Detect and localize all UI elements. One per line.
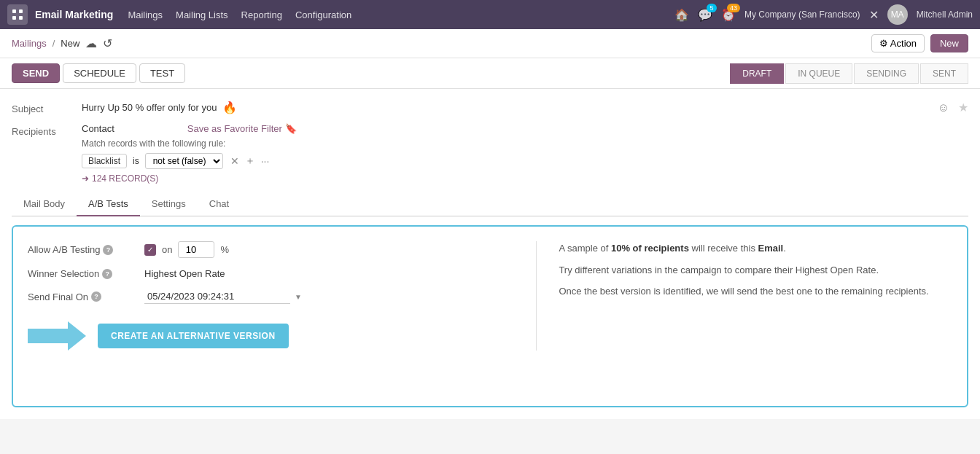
winner-selection-value[interactable]: Highest Open Rate (144, 268, 225, 279)
ab-on-label: on (162, 244, 172, 255)
create-alternative-button[interactable]: CREATE AN ALTERNATIVE VERSION (98, 324, 289, 348)
save-icon[interactable]: ☁ (85, 36, 97, 50)
breadcrumb-sep: / (52, 38, 55, 49)
date-dropdown-arrow[interactable]: ▼ (295, 293, 302, 301)
subject-emoji: 🔥 (222, 101, 237, 114)
svg-rect-3 (19, 16, 23, 20)
right-arrow-icon (28, 321, 86, 351)
save-filter-label[interactable]: Save as Favorite Filter (187, 123, 282, 134)
send-final-input[interactable] (144, 289, 290, 304)
chat-badge: 5 (707, 4, 717, 12)
send-final-label: Send Final On ? (28, 291, 137, 302)
filter-value-select[interactable]: not set (false) (145, 153, 223, 169)
ab-right: A sample of 10% of recipients will recei… (536, 241, 952, 351)
company-name[interactable]: My Company (San Francisco) (744, 9, 860, 20)
save-filter-icon[interactable]: 🔖 (285, 123, 297, 134)
allow-ab-row: Allow A/B Testing ? ✓ on % (28, 241, 536, 258)
star-icon[interactable]: ★ (958, 101, 968, 114)
username: Mitchell Admin (917, 9, 973, 20)
create-alt-area: CREATE AN ALTERNATIVE VERSION (28, 321, 536, 351)
activity-icon[interactable]: ⏰ 43 (721, 8, 736, 22)
ab-info-line3: Once the best version is identified, we … (559, 284, 952, 299)
send-final-help-icon[interactable]: ? (91, 291, 101, 302)
top-right-icons: ☺ ★ (938, 101, 968, 114)
ab-info-line2: Try different variations in the campaign… (559, 263, 952, 278)
emoji-picker-icon[interactable]: ☺ (938, 101, 949, 114)
filter-row: Blacklist is not set (false) ✕ ＋ ··· (82, 153, 968, 169)
ab-layout: Allow A/B Testing ? ✓ on % Winner Select… (28, 241, 952, 351)
subject-value-row: Hurry Up 50 % offer only for you 🔥 (82, 101, 926, 114)
svg-rect-2 (12, 16, 16, 20)
nav-mailings[interactable]: Mailings (128, 7, 163, 23)
navbar-right: 🏠 💬 5 ⏰ 43 My Company (San Francisco) ✕ … (674, 4, 973, 25)
tab-chat[interactable]: Chat (198, 192, 241, 216)
tabs-bar: Mail Body A/B Tests Settings Chat (12, 192, 968, 216)
main-content: Subject Hurry Up 50 % offer only for you… (0, 89, 980, 419)
winner-selection-label: Winner Selection ? (28, 268, 137, 279)
ab-panel: Allow A/B Testing ? ✓ on % Winner Select… (12, 225, 968, 407)
breadcrumb-parent[interactable]: Mailings (12, 38, 47, 49)
ab-checkbox[interactable]: ✓ (144, 244, 156, 256)
subject-text[interactable]: Hurry Up 50 % offer only for you (82, 102, 217, 113)
send-button[interactable]: SEND (12, 63, 60, 83)
tab-settings[interactable]: Settings (140, 192, 198, 216)
app-name: Email Marketing (35, 9, 113, 20)
allow-ab-label: Allow A/B Testing ? (28, 244, 137, 255)
recipients-row: Recipients Contact Save as Favorite Filt… (12, 123, 968, 184)
close-icon[interactable]: ✕ (869, 8, 879, 22)
send-final-row: Send Final On ? ▼ (28, 289, 536, 304)
test-button[interactable]: TEST (139, 63, 185, 83)
avatar[interactable]: MA (887, 4, 908, 25)
status-in-queue[interactable]: IN QUEUE (785, 63, 852, 84)
winner-selection-control: Highest Open Rate (144, 268, 225, 279)
svg-rect-1 (19, 9, 23, 13)
filter-field[interactable]: Blacklist (82, 154, 127, 168)
svg-marker-4 (28, 321, 86, 351)
action-bar: SEND SCHEDULE TEST DRAFT IN QUEUE SENDIN… (0, 58, 980, 89)
status-sending[interactable]: SENDING (854, 63, 919, 84)
breadcrumb-actions: ⚙ Action New (871, 34, 968, 52)
filter-more-btn[interactable]: ··· (260, 154, 271, 168)
notification-icon[interactable]: 🏠 (674, 8, 689, 22)
status-draft[interactable]: DRAFT (730, 63, 784, 84)
chat-icon[interactable]: 💬 5 (698, 8, 712, 22)
activity-badge: 43 (727, 4, 740, 12)
filter-add-btn[interactable]: ＋ (244, 153, 257, 169)
match-rule-text: Match records with the following rule: (82, 138, 968, 149)
records-count[interactable]: 124 RECORD(S) (92, 173, 158, 184)
tab-mail-body[interactable]: Mail Body (12, 192, 77, 216)
app-grid-icon[interactable] (7, 4, 28, 25)
recipients-contact[interactable]: Contact (82, 123, 114, 134)
status-sent[interactable]: SENT (920, 63, 968, 84)
new-button[interactable]: New (930, 34, 968, 52)
subject-label: Subject (12, 101, 70, 114)
nav-menu: Mailings Mailing Lists Reporting Configu… (128, 7, 351, 23)
winner-selection-help-icon[interactable]: ? (102, 269, 112, 279)
filter-op: is (133, 156, 139, 166)
tab-ab-tests[interactable]: A/B Tests (77, 192, 140, 216)
recipients-label: Recipients (12, 123, 70, 137)
status-pipeline: DRAFT IN QUEUE SENDING SENT (730, 63, 968, 84)
ab-info-line1: A sample of 10% of recipients will recei… (559, 241, 952, 256)
action-button[interactable]: ⚙ Action (871, 34, 925, 52)
winner-selection-row: Winner Selection ? Highest Open Rate (28, 268, 536, 279)
subject-row: Subject Hurry Up 50 % offer only for you… (12, 101, 968, 114)
recipients-value: Contact Save as Favorite Filter 🔖 Match … (82, 123, 968, 184)
nav-mailing-lists[interactable]: Mailing Lists (176, 7, 228, 23)
nav-configuration[interactable]: Configuration (295, 7, 351, 23)
ab-percentage-unit: % (220, 244, 229, 255)
records-link[interactable]: ➜ 124 RECORD(S) (82, 173, 968, 184)
ab-control: ✓ on % (144, 241, 229, 258)
date-row: ▼ (144, 289, 302, 304)
ab-percentage-input[interactable] (178, 241, 214, 258)
ab-left: Allow A/B Testing ? ✓ on % Winner Select… (28, 241, 536, 351)
schedule-button[interactable]: SCHEDULE (63, 63, 136, 83)
breadcrumb-current: New (61, 38, 79, 49)
refresh-icon[interactable]: ↺ (103, 36, 112, 50)
filter-remove-btn[interactable]: ✕ (229, 154, 241, 168)
navbar: Email Marketing Mailings Mailing Lists R… (0, 0, 980, 29)
filter-icons: ✕ ＋ ··· (229, 153, 271, 169)
allow-ab-help-icon[interactable]: ? (103, 245, 113, 255)
breadcrumb-bar: Mailings / New ☁ ↺ ⚙ Action New (0, 29, 980, 58)
nav-reporting[interactable]: Reporting (241, 7, 282, 23)
